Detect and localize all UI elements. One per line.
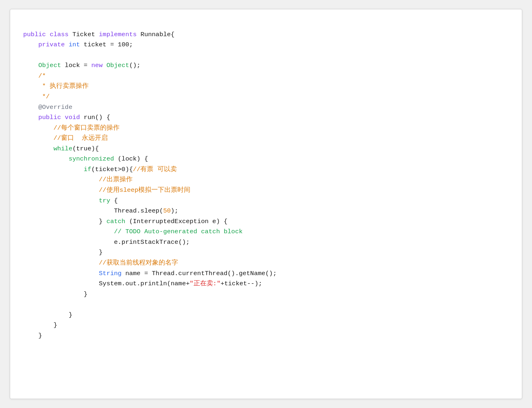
comment-block-body: * 执行卖票操作: [38, 82, 89, 90]
keyword-try: try: [99, 197, 110, 204]
comment-todo: // TODO Auto-generated catch block: [114, 228, 242, 235]
code-editor: public class Ticket implements Runnable{…: [10, 9, 522, 399]
comment-inline: //有票 可以卖: [133, 166, 177, 173]
comment-ticket-op: //出票操作: [99, 176, 133, 183]
string-literal: "正在卖:": [190, 280, 220, 287]
comment-block-start: /*: [38, 72, 46, 80]
comment-block-end: */: [38, 93, 50, 100]
keyword-private: private: [38, 41, 65, 48]
keyword-int: int: [69, 41, 80, 48]
keyword-object: Object: [38, 62, 61, 69]
annotation-override: @Override: [38, 104, 72, 111]
code-content: public class Ticket implements Runnable{…: [23, 19, 509, 352]
comment-sleep: //使用sleep模拟一下出票时间: [99, 187, 190, 194]
keyword-synchronized: synchronized: [69, 155, 114, 163]
keyword-catch: catch: [107, 218, 126, 225]
keyword-void: void: [65, 114, 80, 121]
keyword-if: if: [84, 166, 92, 173]
number-50: 50: [163, 207, 171, 215]
keyword-implements: implements: [99, 31, 137, 38]
keyword-while: while: [53, 145, 72, 152]
keyword-class: class: [50, 31, 69, 38]
comment-line-2: //窗口 永远开启: [53, 135, 107, 142]
keyword-public2: public: [38, 114, 61, 121]
comment-get-name: //获取当前线程对象的名字: [99, 259, 178, 267]
keyword-public: public: [23, 31, 46, 38]
keyword-string: String: [99, 270, 122, 277]
object-constructor: Object: [107, 62, 129, 69]
keyword-new: new: [91, 62, 102, 69]
comment-line-1: //每个窗口卖票的操作: [53, 124, 120, 132]
